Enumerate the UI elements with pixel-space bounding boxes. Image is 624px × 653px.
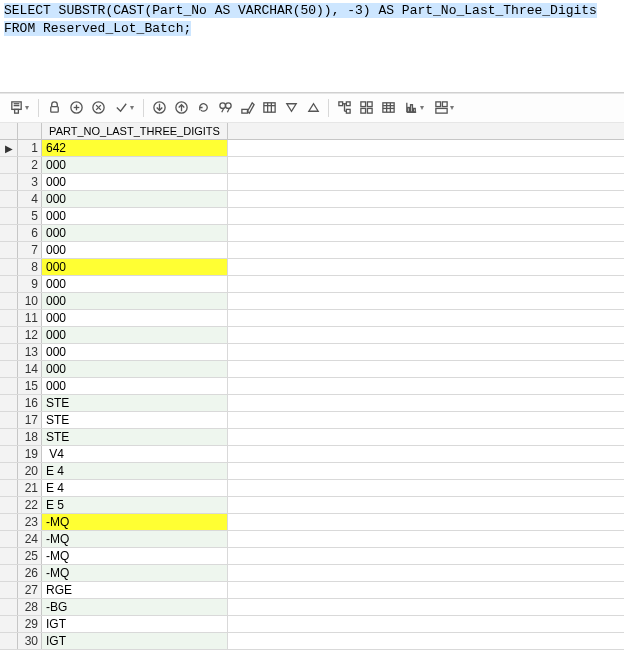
row-number[interactable]: 26 xyxy=(18,565,42,581)
row-indicator[interactable] xyxy=(0,412,18,428)
row-number[interactable]: 30 xyxy=(18,633,42,649)
row-indicator[interactable] xyxy=(0,378,18,394)
filter-down-icon[interactable] xyxy=(282,99,300,117)
refresh-icon[interactable] xyxy=(194,99,212,117)
cell-value[interactable]: -MQ xyxy=(42,548,228,564)
row-indicator[interactable] xyxy=(0,548,18,564)
table-row[interactable]: 22E 5 xyxy=(0,497,624,514)
table-row[interactable]: 28-BG xyxy=(0,599,624,616)
corner-cell[interactable] xyxy=(0,123,18,139)
column-header-aux[interactable] xyxy=(228,123,242,139)
row-indicator[interactable] xyxy=(0,242,18,258)
table-row[interactable]: 15000 xyxy=(0,378,624,395)
row-number[interactable]: 28 xyxy=(18,599,42,615)
cell-value[interactable]: STE xyxy=(42,412,228,428)
row-number[interactable]: 2 xyxy=(18,157,42,173)
table-row[interactable]: 30IGT xyxy=(0,633,624,650)
cell-value[interactable]: -BG xyxy=(42,599,228,615)
row-number[interactable]: 9 xyxy=(18,276,42,292)
cell-value[interactable]: 000 xyxy=(42,293,228,309)
row-indicator[interactable] xyxy=(0,599,18,615)
cell-value[interactable]: 000 xyxy=(42,310,228,326)
add-icon[interactable] xyxy=(67,99,85,117)
row-number[interactable]: 7 xyxy=(18,242,42,258)
row-indicator[interactable] xyxy=(0,191,18,207)
row-indicator[interactable] xyxy=(0,276,18,292)
table-row[interactable]: 29IGT xyxy=(0,616,624,633)
row-indicator[interactable] xyxy=(0,310,18,326)
table-row[interactable]: 16STE xyxy=(0,395,624,412)
chart-icon[interactable]: ▾ xyxy=(401,99,427,117)
table-row[interactable]: 17STE xyxy=(0,412,624,429)
row-indicator[interactable] xyxy=(0,446,18,462)
cell-value[interactable]: -MQ xyxy=(42,514,228,530)
row-indicator[interactable] xyxy=(0,174,18,190)
row-number[interactable]: 14 xyxy=(18,361,42,377)
row-number[interactable]: 15 xyxy=(18,378,42,394)
row-number[interactable]: 10 xyxy=(18,293,42,309)
tiles-view-icon[interactable] xyxy=(357,99,375,117)
row-indicator[interactable] xyxy=(0,157,18,173)
row-number[interactable]: 13 xyxy=(18,344,42,360)
row-indicator[interactable] xyxy=(0,463,18,479)
table-row[interactable]: 12000 xyxy=(0,327,624,344)
layout-icon[interactable]: ▾ xyxy=(431,99,457,117)
columns-icon[interactable] xyxy=(260,99,278,117)
row-number[interactable]: 23 xyxy=(18,514,42,530)
cell-value[interactable]: 000 xyxy=(42,208,228,224)
pin-icon[interactable]: ▾ xyxy=(6,99,32,117)
row-number[interactable]: 6 xyxy=(18,225,42,241)
download-icon[interactable] xyxy=(150,99,168,117)
row-indicator[interactable] xyxy=(0,429,18,445)
row-indicator[interactable] xyxy=(0,225,18,241)
table-row[interactable]: 5000 xyxy=(0,208,624,225)
row-number[interactable]: 3 xyxy=(18,174,42,190)
table-row[interactable]: 6000 xyxy=(0,225,624,242)
table-row[interactable]: 20E 4 xyxy=(0,463,624,480)
table-row[interactable]: 21E 4 xyxy=(0,480,624,497)
row-number[interactable]: 12 xyxy=(18,327,42,343)
row-number[interactable]: 27 xyxy=(18,582,42,598)
cell-value[interactable]: 000 xyxy=(42,276,228,292)
row-indicator[interactable] xyxy=(0,514,18,530)
find-icon[interactable] xyxy=(216,99,234,117)
lock-icon[interactable] xyxy=(45,99,63,117)
table-row[interactable]: 24-MQ xyxy=(0,531,624,548)
table-row[interactable]: 27RGE xyxy=(0,582,624,599)
row-number[interactable]: 17 xyxy=(18,412,42,428)
cell-value[interactable]: E 5 xyxy=(42,497,228,513)
results-grid[interactable]: PART_NO_LAST_THREE_DIGITS ▶1642200030004… xyxy=(0,123,624,650)
cell-value[interactable]: IGT xyxy=(42,633,228,649)
row-number[interactable]: 19 xyxy=(18,446,42,462)
row-number[interactable]: 1 xyxy=(18,140,42,156)
row-number[interactable]: 8 xyxy=(18,259,42,275)
row-number[interactable]: 5 xyxy=(18,208,42,224)
filter-up-icon[interactable] xyxy=(304,99,322,117)
edit-icon[interactable] xyxy=(238,99,256,117)
row-indicator[interactable] xyxy=(0,208,18,224)
cell-value[interactable]: RGE xyxy=(42,582,228,598)
row-indicator[interactable] xyxy=(0,480,18,496)
table-row[interactable]: 13000 xyxy=(0,344,624,361)
grid-view-icon[interactable] xyxy=(379,99,397,117)
row-number[interactable]: 16 xyxy=(18,395,42,411)
cell-value[interactable]: 000 xyxy=(42,174,228,190)
cell-value[interactable]: 000 xyxy=(42,242,228,258)
row-indicator[interactable] xyxy=(0,361,18,377)
row-indicator[interactable] xyxy=(0,327,18,343)
column-header[interactable]: PART_NO_LAST_THREE_DIGITS xyxy=(42,123,228,139)
table-row[interactable]: 26-MQ xyxy=(0,565,624,582)
row-number[interactable]: 20 xyxy=(18,463,42,479)
cell-value[interactable]: 000 xyxy=(42,327,228,343)
cell-value[interactable]: -MQ xyxy=(42,565,228,581)
row-indicator[interactable] xyxy=(0,395,18,411)
table-row[interactable]: 23-MQ xyxy=(0,514,624,531)
row-indicator[interactable] xyxy=(0,293,18,309)
table-row[interactable]: 19 V4 xyxy=(0,446,624,463)
cell-value[interactable]: STE xyxy=(42,395,228,411)
row-indicator[interactable] xyxy=(0,633,18,649)
table-row[interactable]: 8000 xyxy=(0,259,624,276)
row-number[interactable]: 25 xyxy=(18,548,42,564)
cell-value[interactable]: V4 xyxy=(42,446,228,462)
upload-icon[interactable] xyxy=(172,99,190,117)
